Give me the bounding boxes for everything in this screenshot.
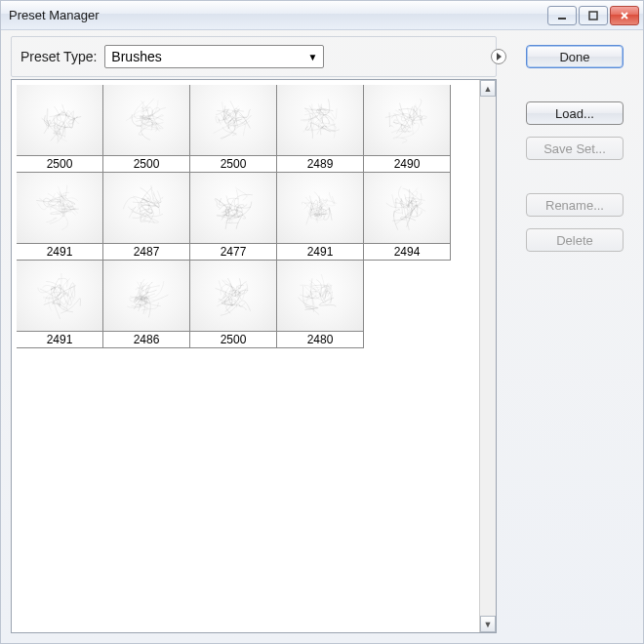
close-button[interactable] xyxy=(610,6,639,25)
brush-size-label: 2477 xyxy=(190,243,276,260)
preset-type-dropdown[interactable]: Brushes ▼ xyxy=(104,45,324,68)
brush-thumbnail xyxy=(103,261,189,331)
window-title: Preset Manager xyxy=(9,8,547,22)
brush-thumbnail xyxy=(190,85,276,155)
brush-size-label: 2500 xyxy=(103,155,189,172)
brush-item[interactable]: 2480 xyxy=(276,260,364,348)
maximize-button[interactable] xyxy=(579,6,608,25)
brush-thumbnail xyxy=(190,173,276,243)
brush-size-label: 2480 xyxy=(277,331,363,347)
brush-item[interactable]: 2500 xyxy=(189,85,277,173)
brush-item[interactable]: 2491 xyxy=(17,172,103,261)
save-set-button[interactable]: Save Set... xyxy=(526,137,624,160)
brush-thumbnail xyxy=(277,173,363,243)
brush-item[interactable]: 2494 xyxy=(363,172,451,261)
rename-button[interactable]: Rename... xyxy=(526,193,624,217)
brush-size-label: 2490 xyxy=(364,155,450,172)
brush-thumbnail xyxy=(364,173,450,243)
brush-item[interactable]: 2490 xyxy=(363,85,451,173)
brush-item[interactable]: 2500 xyxy=(189,260,277,348)
brush-item[interactable]: 2491 xyxy=(17,260,103,348)
brush-size-label: 2500 xyxy=(190,155,276,172)
scroll-down-arrow[interactable]: ▼ xyxy=(480,616,496,632)
brush-grid: 2500250025002489249024912487247724912494… xyxy=(17,85,474,348)
brush-size-label: 2487 xyxy=(103,243,189,260)
load-button[interactable]: Load... xyxy=(526,101,624,125)
chevron-down-icon: ▼ xyxy=(307,52,317,62)
brush-thumbnail xyxy=(277,85,363,155)
brush-item[interactable]: 2489 xyxy=(276,85,364,173)
brush-size-label: 2491 xyxy=(17,243,102,260)
brush-size-label: 2486 xyxy=(103,331,189,347)
brush-item[interactable]: 2487 xyxy=(102,172,190,261)
brush-item[interactable]: 2486 xyxy=(102,260,190,348)
action-buttons: Done Load... Save Set... Rename... Delet… xyxy=(526,45,624,252)
vertical-scrollbar[interactable]: ▲ ▼ xyxy=(479,80,496,632)
brush-grid-container: 2500250025002489249024912487247724912494… xyxy=(17,85,474,627)
brush-thumbnail xyxy=(17,85,102,155)
brush-thumbnail xyxy=(17,173,102,243)
brush-thumbnail xyxy=(103,173,189,243)
brush-size-label: 2494 xyxy=(364,243,450,260)
brush-size-label: 2491 xyxy=(17,331,102,347)
brush-size-label: 2500 xyxy=(17,155,102,172)
brush-thumbnail xyxy=(190,261,276,331)
brush-thumbnail xyxy=(17,261,102,331)
brush-item[interactable]: 2500 xyxy=(17,85,103,173)
brush-item[interactable]: 2500 xyxy=(102,85,190,173)
preset-type-label: Preset Type: xyxy=(20,49,97,64)
svg-rect-1 xyxy=(589,12,597,20)
brush-gallery: ▲ ▼ 250025002500248924902491248724772491… xyxy=(11,79,497,633)
minimize-button[interactable] xyxy=(547,6,577,25)
brush-size-label: 2500 xyxy=(190,331,276,347)
brush-size-label: 2489 xyxy=(277,155,363,172)
brush-item[interactable]: 2491 xyxy=(276,172,364,261)
preset-manager-window: Preset Manager Preset Type: Brushes ▼ Do… xyxy=(0,0,644,644)
client-area: Preset Type: Brushes ▼ Done Load... Save… xyxy=(1,30,643,643)
brush-size-label: 2491 xyxy=(277,243,363,260)
brush-item[interactable]: 2477 xyxy=(189,172,277,261)
scroll-up-arrow[interactable]: ▲ xyxy=(480,80,496,97)
delete-button[interactable]: Delete xyxy=(526,228,624,252)
svg-rect-0 xyxy=(558,18,566,20)
brush-thumbnail xyxy=(277,261,363,331)
preset-type-value: Brushes xyxy=(111,49,161,64)
titlebar[interactable]: Preset Manager xyxy=(1,1,643,30)
brush-thumbnail xyxy=(103,85,189,155)
flyout-menu-button[interactable] xyxy=(491,49,506,64)
window-controls xyxy=(547,6,639,25)
brush-thumbnail xyxy=(364,85,450,155)
done-button[interactable]: Done xyxy=(526,45,624,68)
preset-type-row: Preset Type: Brushes ▼ xyxy=(20,45,506,68)
